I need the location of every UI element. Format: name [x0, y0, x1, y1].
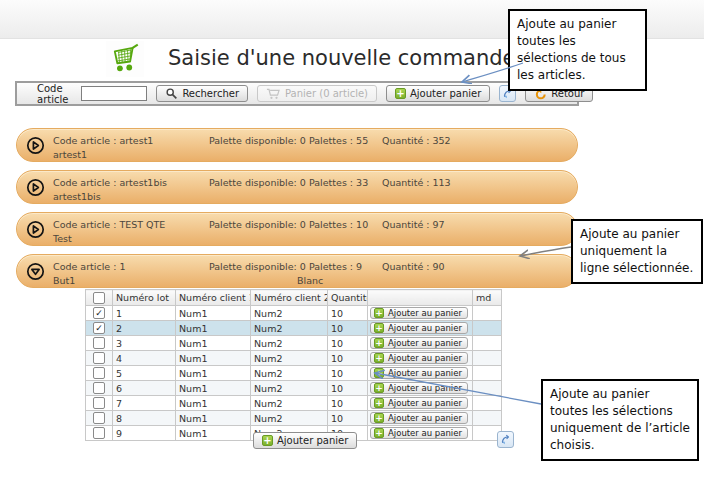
ajouter-au-panier-row-button[interactable]: + Ajouter au panier: [370, 337, 468, 349]
transfer-icon: [500, 433, 511, 446]
article-code: Code article : 1: [53, 261, 125, 272]
cell-md: [473, 396, 502, 411]
row-checkbox[interactable]: [93, 427, 105, 439]
row-checkbox[interactable]: [93, 352, 105, 364]
cell-quantite: 10: [328, 321, 368, 336]
ajouter-au-panier-row-button[interactable]: + Ajouter au panier: [370, 367, 468, 379]
lot-row[interactable]: 5 Num1 Num2 10 + Ajouter au panier: [86, 366, 502, 381]
cell-numero-lot: 2: [113, 321, 176, 336]
ajouter-au-panier-row-button[interactable]: + Ajouter au panier: [370, 397, 468, 409]
plus-icon: +: [374, 383, 384, 393]
row-checkbox[interactable]: [93, 367, 105, 379]
cell-numero-client1: Num1: [176, 396, 251, 411]
lot-row[interactable]: ✓ 2 Num1 Num2 10 + Ajouter au panier: [86, 321, 502, 336]
plus-icon: +: [374, 368, 384, 378]
cell-quantite: 10: [328, 396, 368, 411]
article-code: Code article : TEST QTE: [53, 219, 165, 230]
cell-numero-client1: Num1: [176, 411, 251, 426]
cell-numero-lot: 3: [113, 336, 176, 351]
ajouter-panier-footer-button[interactable]: + Ajouter panier: [253, 432, 357, 449]
article-palettes: Palettes : 33: [309, 177, 368, 188]
article-name: artest1bis: [53, 191, 101, 202]
ajouter-au-panier-row-button[interactable]: + Ajouter au panier: [370, 412, 468, 424]
cell-numero-lot: 5: [113, 366, 176, 381]
article-code: Code article : artest1bis: [53, 177, 167, 188]
row-checkbox[interactable]: ✓: [93, 322, 105, 334]
article-palette-disponible: Palette disponible: 0: [209, 219, 306, 230]
article-name: Test: [53, 233, 72, 244]
lot-row[interactable]: 6 Num1 Num2 10 + Ajouter au panier: [86, 381, 502, 396]
lot-row[interactable]: 7 Num1 Num2 10 + Ajouter au panier: [86, 396, 502, 411]
cell-numero-client1: Num1: [176, 426, 251, 441]
ajouter-panier-button[interactable]: + Ajouter panier: [386, 85, 490, 102]
lots-table: Numéro lot Numéro client 1 Numéro client…: [85, 289, 502, 441]
cell-numero-client1: Num1: [176, 321, 251, 336]
cell-numero-client2: Num2: [251, 411, 328, 426]
cell-md: [473, 411, 502, 426]
article-quantite: Quantité : 352: [382, 135, 451, 146]
article-bar[interactable]: Code article : artest1 Palette disponibl…: [16, 128, 578, 162]
code-article-input[interactable]: [81, 86, 147, 101]
expand-icon[interactable]: [26, 220, 45, 239]
lot-row[interactable]: 4 Num1 Num2 10 + Ajouter au panier: [86, 351, 502, 366]
cell-numero-client2: Num2: [251, 366, 328, 381]
lot-row[interactable]: 8 Num1 Num2 10 + Ajouter au panier: [86, 411, 502, 426]
row-checkbox[interactable]: [93, 397, 105, 409]
cell-md: [473, 336, 502, 351]
article-extra: Blanc: [297, 275, 323, 286]
cell-numero-client1: Num1: [176, 381, 251, 396]
cell-quantite: 10: [328, 306, 368, 321]
cell-numero-lot: 6: [113, 381, 176, 396]
cell-quantite: 10: [328, 366, 368, 381]
collapse-icon[interactable]: [26, 262, 45, 281]
article-name: But1: [53, 275, 75, 286]
plus-icon: +: [374, 353, 384, 363]
cell-numero-client1: Num1: [176, 336, 251, 351]
plus-icon: +: [374, 398, 384, 408]
row-checkbox[interactable]: [93, 337, 105, 349]
row-checkbox[interactable]: [93, 382, 105, 394]
select-all-checkbox[interactable]: [93, 292, 105, 304]
cell-md: [473, 306, 502, 321]
cell-md: [473, 381, 502, 396]
article-name: artest1: [53, 149, 87, 160]
lot-row[interactable]: ✓ 1 Num1 Num2 10 + Ajouter au panier: [86, 306, 502, 321]
article-bar[interactable]: Code article : artest1bis Palette dispon…: [16, 170, 578, 204]
cell-numero-client2: Num2: [251, 351, 328, 366]
header-action: [368, 290, 473, 306]
article-quantite: Quantité : 97: [382, 219, 445, 230]
article-quantite: Quantité : 90: [382, 261, 445, 272]
article-bar[interactable]: Code article : TEST QTE Palette disponib…: [16, 212, 578, 246]
cell-md: [473, 351, 502, 366]
lot-row[interactable]: 3 Num1 Num2 10 + Ajouter au panier: [86, 336, 502, 351]
transfer-footer-button[interactable]: [497, 431, 514, 448]
ajouter-au-panier-row-button[interactable]: + Ajouter au panier: [370, 307, 468, 319]
cell-numero-lot: 4: [113, 351, 176, 366]
ajouter-au-panier-row-button[interactable]: + Ajouter au panier: [370, 427, 468, 439]
article-bar[interactable]: Code article : 1 Palette disponible: 0 P…: [16, 254, 578, 288]
ajouter-au-panier-row-button[interactable]: + Ajouter au panier: [370, 382, 468, 394]
expand-icon[interactable]: [26, 136, 45, 155]
article-list: Code article : artest1 Palette disponibl…: [16, 128, 578, 296]
plus-icon: +: [374, 413, 384, 423]
header-numero-client1: Numéro client 1: [176, 290, 251, 306]
cell-numero-client2: Num2: [251, 381, 328, 396]
row-checkbox[interactable]: ✓: [93, 307, 105, 319]
cell-md: [473, 366, 502, 381]
cell-numero-client2: Num2: [251, 321, 328, 336]
article-code: Code article : artest1: [53, 135, 153, 146]
rechercher-button[interactable]: Rechercher: [156, 85, 248, 102]
cell-numero-client1: Num1: [176, 366, 251, 381]
panier-button: Panier (0 article): [257, 85, 377, 102]
code-article-label: Code article: [37, 83, 68, 105]
ajouter-au-panier-row-button[interactable]: + Ajouter au panier: [370, 352, 468, 364]
article-palette-disponible: Palette disponible: 0: [209, 135, 306, 146]
ajouter-au-panier-row-button[interactable]: + Ajouter au panier: [370, 322, 468, 334]
search-icon: [165, 87, 178, 100]
header-md: md: [473, 290, 502, 306]
cell-numero-lot: 9: [113, 426, 176, 441]
header-quantite: Quantité: [328, 290, 368, 306]
cell-md: [473, 321, 502, 336]
row-checkbox[interactable]: [93, 412, 105, 424]
expand-icon[interactable]: [26, 178, 45, 197]
